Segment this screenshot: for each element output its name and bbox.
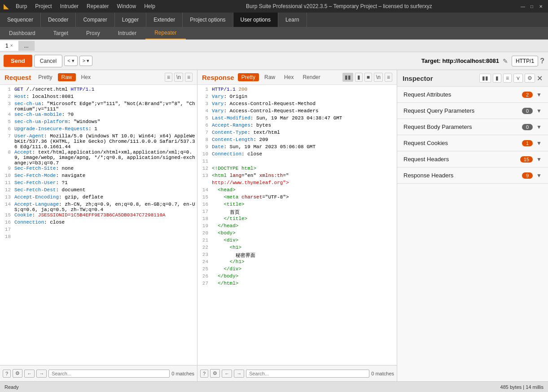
response-settings-icon[interactable]: ≡ <box>385 73 392 82</box>
maximize-button[interactable]: □ <box>528 3 535 10</box>
response-line-19: 19 </head> <box>197 223 397 230</box>
minimize-button[interactable]: — <box>519 3 526 10</box>
response-wrap-icon[interactable]: \n <box>374 73 383 82</box>
tab-1-close[interactable]: × <box>10 43 13 48</box>
response-tab-hex[interactable]: Hex <box>281 73 297 81</box>
request-help-button[interactable]: ? <box>3 370 11 378</box>
title-bar: ◣ Burp Project Intruder Repeater Window … <box>0 0 548 13</box>
tab-more[interactable]: ... <box>19 41 35 51</box>
main-content: Request Pretty Raw Hex ≡ \n ≡ 1 GET /./s… <box>0 70 548 381</box>
close-button[interactable]: ✕ <box>537 3 544 10</box>
nav-extender[interactable]: Extender <box>146 13 183 27</box>
response-view-split-icon[interactable]: ▮▮ <box>342 73 353 82</box>
nav-project-options[interactable]: Project options <box>183 13 233 27</box>
cancel-button[interactable]: Cancel <box>34 55 62 67</box>
response-line-5: 5 Last-Modified: Sun, 19 Mar 2023 04:38:… <box>197 115 397 123</box>
response-line-8: 8 Content-Length: 209 <box>197 137 397 144</box>
inspector-sort-icon[interactable]: ≡ <box>503 74 512 83</box>
response-bottom: ? ⚙ ← → 0 matches <box>197 365 397 381</box>
response-help-button[interactable]: ? <box>200 370 208 378</box>
inspector-badge-request-headers: 15 <box>520 156 533 163</box>
response-line-23: 23 秘密界面 <box>197 252 397 259</box>
inspector-row-cookies[interactable]: Request Cookies 1 ▼ <box>397 135 548 151</box>
http-version-button[interactable]: HTTP/1 <box>512 56 538 66</box>
nav-intruder[interactable]: Intruder <box>109 27 145 40</box>
request-line-1: 1 GET /./secret.html HTTP/1.1 <box>0 87 197 94</box>
request-next-button[interactable]: → <box>36 370 47 378</box>
request-wrap-icon[interactable]: \n <box>174 73 183 82</box>
request-line-9: 9 Sec-Fetch-Site: none <box>0 166 197 173</box>
request-line-17: 17 <box>0 227 197 234</box>
response-title: Response <box>202 74 234 81</box>
response-tab-render[interactable]: Render <box>299 73 324 81</box>
nav-left-button[interactable]: < ▾ <box>64 56 77 66</box>
nav-target[interactable]: Target <box>44 27 77 40</box>
response-view-hide-icon[interactable]: ■ <box>364 73 372 82</box>
inspector-row-query-params[interactable]: Request Query Parameters 0 ▼ <box>397 103 548 119</box>
nav-logger[interactable]: Logger <box>115 13 146 27</box>
inspector-row-request-attributes[interactable]: Request Attributes 2 ▼ <box>397 87 548 102</box>
request-tab-hex[interactable]: Hex <box>78 73 94 81</box>
inspector-close-button[interactable]: ✕ <box>537 74 543 83</box>
inspector-view-icon-2[interactable]: ▮ <box>493 74 501 83</box>
nav-user-options[interactable]: User options <box>233 13 278 27</box>
request-format-icon[interactable]: ≡ <box>165 73 172 82</box>
inspector-label-request-headers: Request Headers <box>403 156 520 163</box>
response-tab-raw[interactable]: Raw <box>261 73 279 81</box>
response-line-20: 20 <body> <box>197 230 397 238</box>
nav-learn[interactable]: Learn <box>278 13 307 27</box>
inspector-filter-icon[interactable]: ⋎ <box>513 74 523 83</box>
help-button[interactable]: ? <box>540 57 544 65</box>
response-tab-pretty[interactable]: Pretty <box>238 73 259 81</box>
inspector-row-response-headers[interactable]: Response Headers 9 ▼ <box>397 167 548 183</box>
response-view-single-icon[interactable]: ▮ <box>355 73 363 82</box>
request-prev-button[interactable]: ← <box>24 370 35 378</box>
nav-sequencer[interactable]: Sequencer <box>0 13 41 27</box>
request-body[interactable]: 1 GET /./secret.html HTTP/1.1 2 Host: lo… <box>0 85 197 365</box>
inspector-settings-icon[interactable]: ⚙ <box>525 74 535 83</box>
request-tab-pretty[interactable]: Pretty <box>35 73 56 81</box>
inspector-view-icon-1[interactable]: ▮▮ <box>479 74 491 83</box>
request-search-input[interactable] <box>48 370 170 378</box>
response-next-button[interactable]: → <box>234 370 244 378</box>
request-line-4: 4 sec-ch-ua-mobile: ?0 <box>0 112 197 119</box>
response-line-14: 14 <head> <box>197 187 397 194</box>
request-line-2: 2 Host: localhost:8081 <box>0 94 197 101</box>
menu-intruder[interactable]: Intruder <box>57 2 82 10</box>
inspector-badge-request-attributes: 2 <box>522 92 533 98</box>
menu-window[interactable]: Window <box>113 2 140 10</box>
inspector-badge-body-params: 0 <box>522 124 533 130</box>
inspector-badge-response-headers: 9 <box>522 172 533 179</box>
nav-proxy[interactable]: Proxy <box>77 27 109 40</box>
nav-repeater[interactable]: Repeater <box>145 27 185 40</box>
nav-decoder[interactable]: Decoder <box>41 13 76 27</box>
chevron-down-icon-2: ▼ <box>536 108 542 114</box>
send-button[interactable]: Send <box>4 55 32 67</box>
menu-burp[interactable]: Burp <box>12 2 31 10</box>
edit-target-button[interactable]: ✎ <box>501 57 510 66</box>
menu-repeater[interactable]: Repeater <box>83 2 112 10</box>
tab-bar: 1 × ... <box>0 40 548 52</box>
nav-right-button[interactable]: > ▾ <box>79 56 92 66</box>
inspector-row-body-params[interactable]: Request Body Parameters 0 ▼ <box>397 119 548 135</box>
request-settings-button[interactable]: ⚙ <box>13 369 22 378</box>
tab-1[interactable]: 1 × <box>0 41 19 51</box>
response-line-1: 1 HTTP/1.1 200 <box>197 87 397 94</box>
inspector-row-request-headers[interactable]: Request Headers 15 ▼ <box>397 151 548 167</box>
menu-help[interactable]: Help <box>140 2 159 10</box>
response-search-input[interactable] <box>246 370 369 378</box>
response-body[interactable]: 1 HTTP/1.1 200 2 Vary: Origin 3 Vary: Ac… <box>197 85 397 365</box>
chevron-down-icon-6: ▼ <box>536 172 542 179</box>
request-tab-raw[interactable]: Raw <box>58 73 76 81</box>
menu-project[interactable]: Project <box>31 2 55 10</box>
response-line-22: 22 <h1> <box>197 245 397 252</box>
nav-comparer[interactable]: Comparer <box>76 13 114 27</box>
request-settings-icon[interactable]: ≡ <box>185 73 193 82</box>
response-panel: Response Pretty Raw Hex Render ▮▮ ▮ ■ \n… <box>197 70 397 381</box>
response-prev-button[interactable]: ← <box>222 370 232 378</box>
request-line-10: 10 Sec-Fetch-Mode: navigate <box>0 173 197 180</box>
response-line-6: 6 Accept-Ranges: bytes <box>197 123 397 130</box>
response-settings-button[interactable]: ⚙ <box>210 369 220 378</box>
nav-dashboard[interactable]: Dashboard <box>0 27 44 40</box>
status-text: Ready <box>4 384 19 390</box>
